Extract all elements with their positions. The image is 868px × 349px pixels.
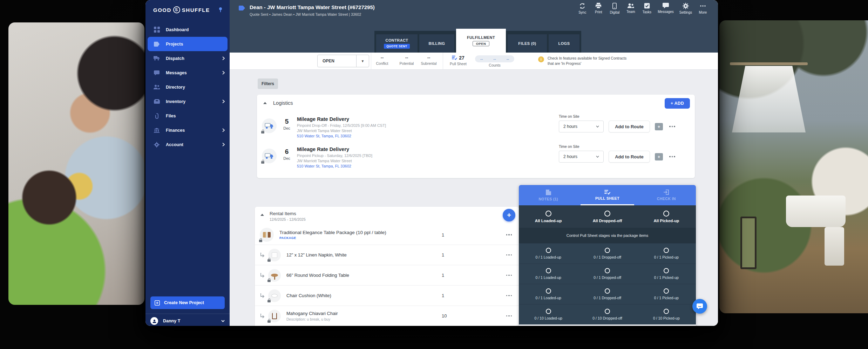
rental-item-row[interactable]: 66" Round Wood Folding Table 1: [255, 265, 519, 285]
dropped-off-toggle[interactable]: [605, 288, 610, 294]
sidebar-item-label: Dashboard: [166, 27, 189, 32]
print-button[interactable]: Print: [593, 3, 604, 14]
dropped-off-toggle[interactable]: [605, 248, 610, 253]
background-photo-right: [719, 20, 868, 313]
tab-billing[interactable]: BILLING: [419, 34, 454, 53]
tab-contract[interactable]: CONTRACT QUOTE SENT: [376, 34, 418, 53]
collapse-rentals-icon[interactable]: [260, 214, 264, 216]
tab-fulfillment[interactable]: FULFILLMENT OPEN: [456, 29, 506, 53]
add-note-icon-button[interactable]: +: [655, 153, 663, 160]
pull-sheet-summary: All Loaded-up All Dropped-off All Picked…: [519, 205, 696, 228]
row-more-button[interactable]: [668, 124, 677, 129]
logo-text-shuffle: SHUFFLE: [182, 7, 210, 13]
rental-item-row[interactable]: Mahogany Chiavari Chair Description: u b…: [255, 306, 519, 326]
logistics-row-detail: Pinpoint Drop-Off - Friday, 12/5/2025 [9…: [297, 123, 559, 128]
collapse-logistics-icon[interactable]: [263, 102, 267, 104]
more-button[interactable]: More: [698, 3, 708, 14]
dropped-off-toggle[interactable]: [605, 309, 610, 314]
sidebar-item-dispatch[interactable]: Dispatch: [145, 51, 230, 66]
open-badge: OPEN: [473, 41, 490, 46]
pin-icon[interactable]: [218, 7, 223, 13]
sidebar-item-projects[interactable]: Projects: [148, 37, 228, 51]
logistics-row-title: Mileage Rate Delivery: [297, 116, 559, 122]
dropped-off-toggle[interactable]: [605, 268, 610, 273]
time-on-site-select[interactable]: 2 hours: [559, 151, 604, 163]
project-header: Dean - JW Marriott Tampa Water Street (#…: [230, 0, 718, 53]
add-to-route-button[interactable]: Add to Route: [609, 151, 650, 163]
fulfillment-status-bar: OPEN ▼ -- Conflict -- Potential -- Subre…: [230, 53, 718, 69]
row-more-button[interactable]: [668, 155, 677, 159]
create-new-project-button[interactable]: Create New Project: [150, 296, 225, 309]
digital-button[interactable]: Digital: [609, 3, 620, 14]
loaded-up-toggle[interactable]: [546, 288, 551, 294]
sidebar-item-dashboard[interactable]: Dashboard: [145, 22, 230, 37]
row-more-button[interactable]: [505, 314, 514, 318]
logistics-row-address-link[interactable]: 510 Water St, Tampa, FL 33602: [297, 134, 559, 138]
time-on-site-select[interactable]: 2 hours: [559, 121, 604, 132]
lock-icon: [261, 161, 264, 164]
picked-up-toggle[interactable]: [664, 268, 669, 273]
sync-button[interactable]: Sync: [577, 3, 588, 14]
sidebar-item-directory[interactable]: Directory: [145, 80, 230, 94]
item-quantity: 1: [442, 293, 444, 298]
row-more-button[interactable]: [505, 273, 514, 278]
panel-tab-pull-sheet[interactable]: PULL SHEET: [578, 185, 637, 205]
picked-up-toggle[interactable]: [664, 288, 669, 294]
settings-button[interactable]: Settings: [679, 3, 692, 14]
paperclip-icon: [153, 113, 160, 119]
picked-up-toggle[interactable]: [664, 309, 669, 314]
panel-tab-check-in[interactable]: CHECK IN: [637, 185, 696, 205]
rental-item-row[interactable]: Chair Cushion (White) 1: [255, 285, 519, 306]
rental-items-card: Rental Items 12/6/2025 - 12/6/2025 + Tra…: [255, 207, 519, 326]
all-dropped-off-toggle[interactable]: [604, 211, 610, 217]
chat-launcher-button[interactable]: [692, 299, 707, 314]
all-loaded-up-toggle[interactable]: [545, 211, 551, 217]
canopy-frame: [730, 62, 808, 65]
user-menu[interactable]: Danny T: [150, 316, 225, 326]
tasks-button[interactable]: Tasks: [642, 3, 652, 14]
bank-icon: [153, 128, 160, 133]
tab-files[interactable]: FILES (0): [508, 34, 547, 53]
loaded-up-toggle[interactable]: [546, 248, 551, 253]
team-button[interactable]: Team: [625, 3, 636, 14]
all-picked-up-toggle[interactable]: [663, 211, 669, 217]
sidebar-item-files[interactable]: Files: [145, 109, 230, 123]
header-actions: Sync Print Digital Team: [577, 3, 708, 14]
pull-sheet-stat[interactable]: 27 Pull Sheet: [444, 55, 472, 66]
dashboard-icon: [153, 27, 160, 33]
logistics-row-address-link[interactable]: 510 Water St, Tampa, FL 33602: [297, 164, 559, 168]
sidebar-item-inventory[interactable]: Inventory: [145, 94, 230, 109]
loaded-up-toggle[interactable]: [546, 309, 551, 314]
filters-button[interactable]: Filters: [258, 78, 278, 89]
sidebar-item-account[interactable]: Account: [145, 137, 230, 152]
item-name: 12" x 12" Linen Napkin, White: [286, 252, 347, 258]
picked-up-toggle[interactable]: [664, 248, 669, 253]
panel-tab-notes[interactable]: NOTES (1): [519, 185, 578, 205]
project-tag-icon: [238, 5, 245, 11]
sidebar-item-finances[interactable]: Finances: [145, 123, 230, 137]
sidebar-item-messages[interactable]: Messages: [145, 66, 230, 80]
canopy: [732, 66, 806, 132]
pull-sheet-icon: [604, 190, 610, 194]
row-more-button[interactable]: [505, 233, 514, 237]
messages-button[interactable]: Messages: [658, 3, 674, 14]
sidebar-item-label: Messages: [166, 70, 187, 75]
conflict-stat: -- Conflict: [370, 55, 394, 66]
add-to-route-button[interactable]: Add to Route: [609, 121, 650, 132]
goodshuffle-logo[interactable]: GOOD S SHUFFLE: [153, 6, 210, 13]
package-row[interactable]: Traditional Elegance Table Package (10 p…: [255, 225, 519, 245]
logistics-card: Logistics + ADD 5 Dec Mileag: [257, 95, 695, 178]
loaded-up-toggle[interactable]: [546, 268, 551, 273]
add-logistics-button[interactable]: + ADD: [665, 98, 690, 109]
plus-square-icon: [155, 300, 160, 306]
add-rental-item-button[interactable]: +: [503, 209, 515, 221]
sidebar-item-label: Inventory: [166, 99, 185, 104]
chevron-down-icon: [596, 125, 599, 128]
status-select[interactable]: OPEN ▼: [317, 55, 369, 67]
tab-logs[interactable]: LOGS: [549, 34, 579, 53]
rental-item-row[interactable]: 12" x 12" Linen Napkin, White 1: [255, 245, 519, 265]
pull-sheet-item-row: 0 / 10 Loaded-up 0 / 10 Dropped-off 0 / …: [519, 304, 696, 324]
row-more-button[interactable]: [505, 294, 514, 298]
add-note-icon-button[interactable]: +: [655, 123, 663, 130]
row-more-button[interactable]: [505, 253, 514, 257]
